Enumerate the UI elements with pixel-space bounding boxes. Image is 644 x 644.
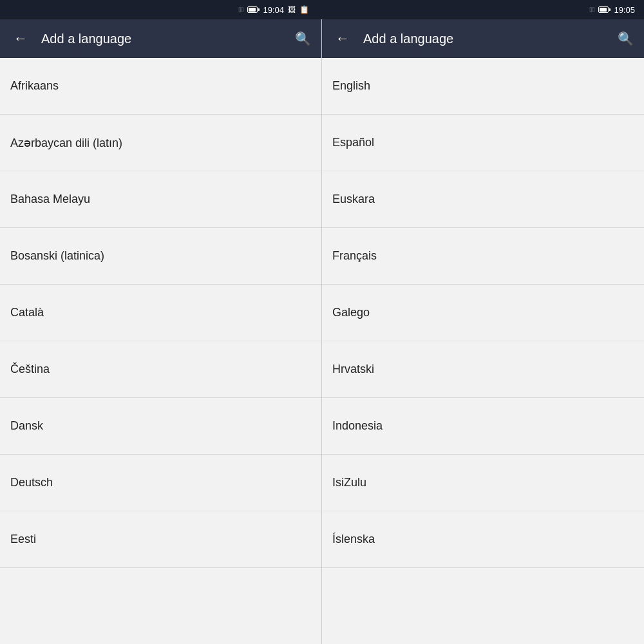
language-name: Dansk [10,419,43,433]
language-name: Deutsch [10,476,53,489]
left-panel: ← Add a language 🔍 AfrikaansAzərbaycan d… [0,19,322,644]
language-name: Afrikaans [10,79,59,93]
language-name: Azərbaycan dili (latın) [10,136,122,150]
left-search-button[interactable]: 🔍 [295,31,311,46]
language-name: Hrvatski [332,363,374,376]
list-item[interactable]: IsiZulu [322,455,644,511]
language-name: Indonesia [332,419,383,433]
left-toolbar: ← Add a language 🔍 [0,19,321,58]
photo-icon-left: 🖼 [288,5,296,14]
battery-icon-left [247,6,258,13]
list-item[interactable]: Íslenska [322,511,644,568]
language-name: Čeština [10,363,50,376]
left-back-button[interactable]: ← [10,30,31,47]
language-name: Galego [332,306,370,319]
list-item[interactable]: Bahasa Melayu [0,171,321,228]
list-item[interactable]: Hrvatski [322,341,644,398]
doc-icon-left: 📋 [299,5,309,14]
left-language-list: AfrikaansAzərbaycan dili (latın)Bahasa M… [0,58,321,644]
language-name: Bahasa Melayu [10,193,90,206]
list-item[interactable]: Indonesia [322,398,644,455]
right-language-list: EnglishEspañolEuskaraFrançaisGalegoHrvat… [322,58,644,644]
language-name: Français [332,249,377,263]
list-item[interactable]: Dansk [0,398,321,455]
list-item[interactable]: Français [322,228,644,285]
list-item[interactable]: Bosanski (latinica) [0,228,321,285]
list-item[interactable]: Azərbaycan dili (latın) [0,115,321,171]
language-name: Bosanski (latinica) [10,249,104,263]
status-bar-right: 📷⃠ 19:05 [322,0,644,19]
sim-icon-left: 📷⃠ [238,6,243,14]
language-name: IsiZulu [332,476,366,489]
language-name: Euskara [332,193,375,206]
right-back-button[interactable]: ← [332,30,353,47]
time-left: 19:04 [263,5,284,15]
list-item[interactable]: Eesti [0,511,321,568]
status-bar-left: 📷⃠ 19:04 🖼 📋 [0,0,322,19]
list-item[interactable]: Euskara [322,171,644,228]
sim-icon-right: 📷⃠ [589,6,594,14]
list-item[interactable]: English [322,58,644,115]
language-name: Eesti [10,533,36,546]
language-name: Español [332,136,374,149]
language-name: English [332,79,370,93]
list-item[interactable]: Deutsch [0,455,321,511]
battery-icon-right [598,6,609,13]
right-toolbar: ← Add a language 🔍 [322,19,644,58]
time-right: 19:05 [614,5,635,15]
language-name: Íslenska [332,533,375,546]
status-bar: 📷⃠ 19:04 🖼 📋 📷⃠ 19:05 [0,0,644,19]
left-panel-title: Add a language [41,32,285,46]
right-search-button[interactable]: 🔍 [618,31,634,46]
list-item[interactable]: Català [0,285,321,341]
split-container: ← Add a language 🔍 AfrikaansAzərbaycan d… [0,19,644,644]
right-panel: ← Add a language 🔍 EnglishEspañolEuskara… [322,19,644,644]
right-panel-title: Add a language [363,32,607,46]
language-name: Català [10,306,44,319]
list-item[interactable]: Galego [322,285,644,341]
list-item[interactable]: Afrikaans [0,58,321,115]
list-item[interactable]: Čeština [0,341,321,398]
list-item[interactable]: Español [322,115,644,171]
